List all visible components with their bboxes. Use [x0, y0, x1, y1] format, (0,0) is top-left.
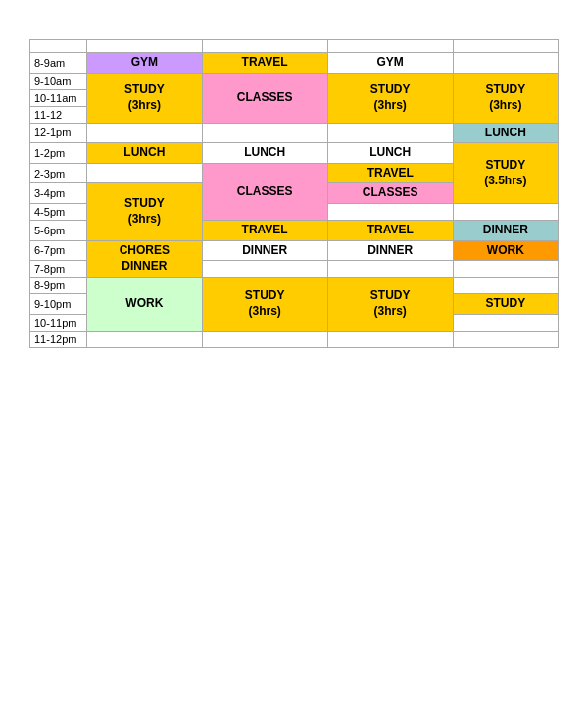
schedule-cell: TRAVEL — [202, 220, 327, 240]
time-label: 1-2pm — [30, 143, 87, 164]
schedule-cell — [453, 314, 558, 331]
cell-text: STUDY — [124, 82, 165, 96]
time-label: 11-12pm — [30, 331, 87, 347]
schedule-cell: DINNER — [202, 240, 327, 261]
table-row: 8-9amGYMTRAVELGYM — [30, 53, 559, 74]
cell-text: STUDY — [486, 82, 526, 96]
schedule-cell: STUDY(3hrs) — [327, 278, 453, 332]
schedule-cell: WORK — [453, 240, 558, 261]
schedule-cell: TRAVEL — [202, 53, 327, 74]
table-row: 8-9pmWORKSTUDY(3hrs)STUDY(3hrs) — [30, 278, 559, 294]
header-tuesday — [202, 40, 327, 53]
cell-text: (3hrs) — [128, 212, 161, 226]
cell-text: LUNCH — [485, 126, 526, 139]
cell-text: LUNCH — [369, 145, 411, 159]
schedule-cell: CLASSES — [327, 183, 453, 204]
time-label: 8-9am — [30, 53, 87, 74]
table-row: 12-1pmLUNCH — [30, 123, 559, 143]
cell-text: DINNER — [122, 259, 167, 273]
schedule-cell: STUDY(3hrs) — [202, 278, 327, 332]
table-row: 11-12pm — [30, 331, 559, 347]
schedule-cell — [453, 203, 558, 220]
header-row — [30, 40, 559, 53]
table-row: 1-2pmLUNCHLUNCHLUNCHSTUDY(3.5hrs) — [30, 143, 559, 164]
cell-text: (3hrs) — [374, 98, 407, 112]
schedule-container: 8-9amGYMTRAVELGYM9-10amSTUDY(3hrs)CLASSE… — [29, 39, 559, 348]
cell-text: TRAVEL — [242, 223, 288, 236]
time-label: 12-1pm — [30, 123, 87, 143]
schedule-cell — [327, 261, 453, 278]
schedule-cell: DINNER — [453, 220, 558, 240]
cell-text: DINNER — [368, 243, 413, 257]
cell-text: STUDY — [486, 296, 526, 310]
schedule-cell: GYM — [327, 53, 453, 74]
cell-text: STUDY — [370, 288, 411, 302]
time-label: 7-8pm — [30, 261, 87, 278]
schedule-cell: WORK — [87, 278, 203, 332]
time-label: 10-11am — [30, 89, 87, 106]
cell-text: CHORES — [120, 243, 170, 257]
cell-text: CLASSES — [237, 90, 293, 104]
header-monday — [87, 40, 203, 53]
schedule-cell: STUDY(3hrs) — [87, 183, 203, 240]
schedule-cell: CLASSES — [202, 73, 327, 123]
schedule-cell: LUNCH — [453, 123, 558, 143]
schedule-cell: STUDY(3hrs) — [87, 73, 203, 123]
time-label: 2-3pm — [30, 163, 87, 183]
time-label: 9-10am — [30, 73, 87, 89]
cell-text: (3hrs) — [489, 98, 521, 112]
cell-text: DINNER — [242, 243, 287, 257]
schedule-cell: CLASSES — [202, 163, 327, 220]
header-wednesday — [327, 40, 453, 53]
schedule-cell — [202, 261, 327, 278]
schedule-cell: DINNER — [327, 240, 453, 261]
schedule-cell: GYM — [87, 53, 203, 74]
schedule-cell: STUDY(3.5hrs) — [453, 143, 558, 204]
schedule-cell: TRAVEL — [327, 163, 453, 183]
schedule-body: 8-9amGYMTRAVELGYM9-10amSTUDY(3hrs)CLASSE… — [30, 53, 559, 348]
cell-text: CLASSES — [363, 185, 418, 199]
schedule-cell: LUNCH — [202, 143, 327, 164]
schedule-cell — [453, 331, 558, 347]
time-label: 5-6pm — [30, 220, 87, 240]
schedule-cell — [87, 163, 203, 183]
cell-text: (3hrs) — [128, 98, 161, 112]
cell-text: CLASSES — [237, 184, 293, 198]
time-label: 10-11pm — [30, 314, 87, 331]
schedule-cell: STUDY — [453, 294, 558, 315]
schedule-cell — [202, 123, 327, 143]
time-label: 11-12 — [30, 106, 87, 123]
schedule-cell: LUNCH — [327, 143, 453, 164]
schedule-cell: CHORESDINNER — [87, 240, 203, 278]
schedule-cell — [453, 261, 558, 278]
time-label: 8-9pm — [30, 278, 87, 294]
cell-text: TRAVEL — [242, 55, 288, 69]
cell-text: (3hrs) — [248, 304, 280, 318]
schedule-cell: LUNCH — [87, 143, 203, 164]
schedule-cell — [87, 123, 203, 143]
cell-text: (3hrs) — [374, 304, 407, 318]
cell-text: GYM — [131, 55, 158, 69]
schedule-table: 8-9amGYMTRAVELGYM9-10amSTUDY(3hrs)CLASSE… — [29, 39, 559, 348]
cell-text: STUDY — [124, 196, 165, 210]
cell-text: (3.5hrs) — [484, 174, 526, 187]
schedule-cell — [327, 331, 453, 347]
cell-text: DINNER — [483, 223, 528, 236]
cell-text: WORK — [487, 243, 524, 257]
table-row: 6-7pmCHORESDINNERDINNERDINNERWORK — [30, 240, 559, 261]
cell-text: GYM — [377, 55, 404, 69]
cell-text: STUDY — [370, 82, 411, 96]
cell-text: WORK — [125, 296, 163, 310]
cell-text: LUNCH — [244, 145, 285, 159]
time-label: 3-4pm — [30, 183, 87, 204]
schedule-cell: STUDY(3hrs) — [453, 73, 558, 123]
time-label: 4-5pm — [30, 203, 87, 220]
schedule-cell — [453, 278, 558, 294]
schedule-cell — [327, 123, 453, 143]
cell-text: STUDY — [486, 158, 526, 172]
cell-text: TRAVEL — [368, 223, 414, 236]
schedule-cell: STUDY(3hrs) — [327, 73, 453, 123]
schedule-cell — [87, 331, 203, 347]
time-label: 6-7pm — [30, 240, 87, 261]
schedule-cell — [453, 53, 558, 74]
